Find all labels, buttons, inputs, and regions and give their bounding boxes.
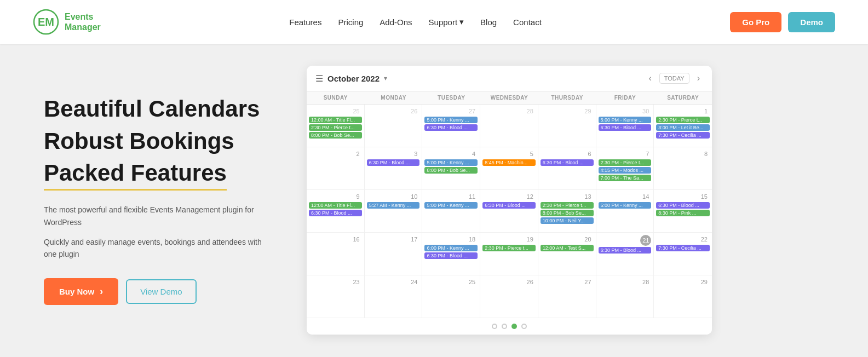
demo-button[interactable]: Demo [788, 12, 835, 32]
calendar-event[interactable]: 3:00 PM - Let it Be... [656, 124, 710, 131]
calendar-cell[interactable]: 12:30 PM - Pierce t...3:00 PM - Let it B… [654, 105, 712, 147]
nav-features[interactable]: Features [289, 18, 321, 27]
calendar-cell[interactable]: 2512:00 AM - Title Fl...2:30 PM - Pierce… [307, 105, 365, 147]
calendar-event[interactable]: 12:00 AM - Title Fl... [309, 117, 362, 123]
logo[interactable]: EM Events Manager [33, 9, 101, 35]
calendar-event[interactable]: 8:00 PM - Bob Se... [541, 210, 594, 216]
calendar-date-number: 28 [599, 278, 652, 286]
day-monday: MONDAY [365, 91, 423, 104]
calendar-event[interactable]: 5:00 PM - Kenny ... [424, 202, 478, 209]
calendar-event[interactable]: 2:30 PM - Pierce t... [656, 117, 710, 123]
calendar-cell[interactable]: 17 [365, 233, 423, 275]
calendar-cell[interactable]: 24 [365, 275, 423, 318]
hero-buttons: Buy Now › View Demo [44, 278, 274, 305]
calendar-event[interactable]: 8:30 PM - Pink ... [656, 210, 710, 216]
calendar-cell[interactable]: 16 [307, 233, 365, 275]
calendar-cell[interactable]: 145:00 PM - Kenny ... [596, 190, 654, 232]
calendar-event[interactable]: 6:00 PM - Kenny ... [424, 245, 478, 251]
calendar-cell[interactable]: 27 [538, 275, 596, 318]
calendar-event[interactable]: 6:30 PM - Blood ... [482, 202, 536, 209]
calendar-cell[interactable]: 29 [538, 105, 596, 147]
calendar-cell[interactable]: 216:30 PM - Blood ... [596, 233, 654, 275]
calendar-week: 2512:00 AM - Title Fl...2:30 PM - Pierce… [307, 105, 712, 147]
view-demo-button[interactable]: View Demo [126, 279, 196, 304]
calendar-cell[interactable]: 28 [596, 275, 654, 318]
calendar-event[interactable]: 8:00 PM - Bob Se... [309, 132, 362, 139]
calendar-cell[interactable]: 72:30 PM - Pierce t...4:15 PM - Modos ..… [596, 147, 654, 189]
calendar-cell[interactable]: 305:00 PM - Kenny ...6:30 PM - Blood ... [596, 105, 654, 147]
calendar-event[interactable]: 5:00 PM - Kenny ... [599, 117, 652, 123]
calendar-event[interactable]: 10:00 PM - Neil Y... [541, 217, 594, 224]
calendar-event[interactable]: 6:30 PM - Blood ... [309, 210, 362, 216]
calendar-prev-button[interactable]: ‹ [645, 72, 654, 84]
calendar-cell[interactable]: 2 [307, 147, 365, 189]
calendar-cell[interactable]: 227:30 PM - Cecilia ... [654, 233, 712, 275]
nav-blog[interactable]: Blog [480, 18, 497, 27]
calendar-date-number: 7 [599, 149, 652, 158]
calendar-cell[interactable]: 912:00 AM - Title Fl...6:30 PM - Blood .… [307, 190, 365, 232]
calendar-date-number: 3 [367, 149, 420, 158]
calendar-event[interactable]: 2:30 PM - Pierce t... [599, 159, 652, 166]
calendar-cell[interactable]: 45:00 PM - Kenny ...8:00 PM - Bob Se... [422, 147, 480, 189]
calendar-event[interactable]: 7:30 PM - Cecilia ... [656, 132, 710, 139]
calendar-event[interactable]: 6:30 PM - Blood ... [599, 247, 652, 254]
calendar-dot-1[interactable] [502, 324, 507, 329]
calendar-event[interactable]: 12:00 AM - Test S... [541, 245, 594, 251]
calendar-dot-3[interactable] [521, 324, 527, 329]
calendar-cell[interactable]: 132:30 PM - Pierce t...8:00 PM - Bob Se.… [538, 190, 596, 232]
calendar-dropdown-icon[interactable]: ▾ [384, 74, 387, 82]
calendar-event[interactable]: 5:27 AM - Kenny ... [367, 202, 420, 209]
calendar-cell[interactable]: 8 [654, 147, 712, 189]
calendar-event[interactable]: 2:30 PM - Pierce t... [541, 202, 594, 209]
calendar-date-number: 17 [367, 235, 420, 244]
calendar-today-button[interactable]: TODAY [659, 73, 689, 84]
nav-support[interactable]: Support ▾ [429, 17, 464, 27]
calendar-event[interactable]: 5:00 PM - Kenny ... [424, 117, 478, 123]
calendar-cell[interactable]: 28 [480, 105, 538, 147]
calendar-dot-0[interactable] [492, 324, 497, 329]
calendar-event[interactable]: 5:00 PM - Kenny ... [424, 159, 478, 166]
nav-contact[interactable]: Contact [513, 18, 542, 27]
hero-title-line2: Robust Bookings [44, 128, 274, 155]
calendar-event[interactable]: 7:30 PM - Cecilia ... [656, 245, 710, 251]
calendar-cell[interactable]: 192:30 PM - Pierce t... [480, 233, 538, 275]
calendar-event[interactable]: 2:30 PM - Pierce t... [309, 124, 362, 131]
calendar-event[interactable]: 8:00 PM - Bob Se... [424, 167, 478, 174]
calendar-event[interactable]: 6:30 PM - Blood ... [424, 252, 478, 259]
calendar-cell[interactable]: 25 [422, 275, 480, 318]
calendar-cell[interactable]: 29 [654, 275, 712, 318]
buy-now-button[interactable]: Buy Now › [44, 278, 118, 305]
calendar-event[interactable]: 5:00 PM - Kenny ... [599, 202, 652, 209]
go-pro-button[interactable]: Go Pro [730, 12, 781, 32]
calendar-cell[interactable]: 58:45 PM - Machin... [480, 147, 538, 189]
calendar-cell[interactable]: 115:00 PM - Kenny ... [422, 190, 480, 232]
calendar-event[interactable]: 6:30 PM - Blood ... [599, 124, 652, 131]
calendar-cell[interactable]: 23 [307, 275, 365, 318]
calendar-event[interactable]: 7:00 PM - The Sa... [599, 175, 652, 181]
calendar-next-button[interactable]: › [694, 72, 703, 84]
calendar-event[interactable]: 6:30 PM - Blood ... [424, 124, 478, 131]
calendar-event[interactable]: 6:30 PM - Blood ... [541, 159, 594, 166]
calendar-event[interactable]: 4:15 PM - Modos ... [599, 167, 652, 174]
day-thursday: THURSDAY [538, 91, 596, 104]
calendar-cell[interactable]: 186:00 PM - Kenny ...6:30 PM - Blood ... [422, 233, 480, 275]
calendar-event[interactable]: 2:30 PM - Pierce t... [482, 245, 536, 251]
calendar-cell[interactable]: 126:30 PM - Blood ... [480, 190, 538, 232]
calendar-cell[interactable]: 66:30 PM - Blood ... [538, 147, 596, 189]
calendar-dot-2[interactable] [511, 324, 517, 329]
calendar-event[interactable]: 12:00 AM - Title Fl... [309, 202, 362, 209]
nav-pricing[interactable]: Pricing [338, 18, 363, 27]
calendar-cell[interactable]: 105:27 AM - Kenny ... [365, 190, 423, 232]
calendar-cell[interactable]: 275:00 PM - Kenny ...6:30 PM - Blood ... [422, 105, 480, 147]
calendar-event[interactable]: 6:30 PM - Blood ... [656, 202, 710, 209]
calendar-cell[interactable]: 26 [365, 105, 423, 147]
calendar-cell[interactable]: 2012:00 AM - Test S... [538, 233, 596, 275]
calendar-cell[interactable]: 36:30 PM - Blood ... [365, 147, 423, 189]
calendar-cell[interactable]: 26 [480, 275, 538, 318]
calendar-date-number: 27 [424, 107, 478, 116]
calendar-date-number: 26 [367, 107, 420, 116]
nav-addons[interactable]: Add-Ons [380, 18, 412, 27]
calendar-event[interactable]: 8:45 PM - Machin... [482, 159, 536, 166]
calendar-event[interactable]: 6:30 PM - Blood ... [367, 159, 420, 166]
calendar-cell[interactable]: 156:30 PM - Blood ...8:30 PM - Pink ... [654, 190, 712, 232]
